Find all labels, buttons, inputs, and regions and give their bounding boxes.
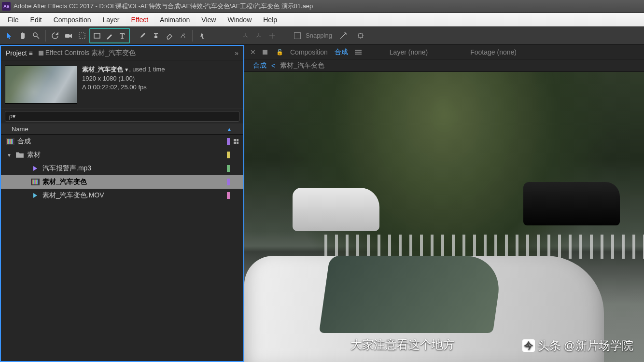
column-header[interactable]: Name ▲ (1, 124, 243, 135)
comp-breadcrumb: 合成 < 素材_汽车变色 (244, 59, 644, 72)
lock-icon[interactable]: 🔓 (276, 49, 283, 56)
composition-icon (6, 138, 14, 145)
asset-metadata: 素材_汽车变色▼, used 1 time 1920 x 1080 (1.00)… (82, 65, 165, 104)
watermark-label: 头条 (538, 338, 561, 353)
clone-stamp-tool-icon[interactable] (150, 29, 162, 42)
separator (133, 30, 133, 42)
dropdown-arrow-icon[interactable]: ▼ (124, 67, 129, 72)
local-axis-icon (239, 29, 252, 42)
toolbar: Snapping (0, 27, 644, 45)
comp-name[interactable]: 合成 (335, 48, 348, 56)
tab-project-label: Project (6, 49, 27, 57)
label-swatch[interactable] (227, 165, 230, 172)
pen-tool-icon[interactable] (103, 29, 116, 42)
stop-icon (39, 51, 43, 56)
project-panel: Project ≡ Effect Controls 素材_汽车变色 » 素材_汽… (0, 45, 244, 362)
world-axis-icon (252, 29, 265, 42)
flowchart-icon[interactable] (234, 139, 238, 144)
zoom-tool-icon[interactable] (30, 29, 42, 42)
footage-viewer-label[interactable]: Footage (none) (470, 48, 517, 56)
separator (45, 30, 46, 42)
menu-help[interactable]: Help (257, 16, 283, 24)
layer-viewer-label[interactable]: Layer (none) (390, 48, 428, 56)
label-swatch[interactable] (227, 179, 230, 185)
snapping-checkbox[interactable] (294, 32, 301, 39)
menu-file[interactable]: File (2, 16, 25, 24)
tab-project[interactable]: Project ≡ (6, 49, 33, 57)
tab-composition-label[interactable]: Composition (290, 48, 328, 56)
svg-rect-3 (94, 33, 100, 38)
stop-icon (263, 50, 267, 55)
selection-tool-icon[interactable] (3, 29, 15, 42)
camera-tool-icon[interactable] (62, 29, 75, 42)
menu-composition[interactable]: Composition (48, 16, 97, 24)
panel-menu-icon[interactable] (355, 50, 362, 55)
project-search-input[interactable] (5, 111, 239, 122)
tree-item-folder[interactable]: ▼ 素材 (1, 148, 243, 162)
sort-arrow-icon[interactable]: ▲ (227, 126, 232, 132)
viewer-tabs: ✕ 🔓 Composition 合成 Layer (none) Footage … (244, 45, 644, 59)
separator (192, 30, 193, 42)
menu-edit[interactable]: Edit (25, 16, 48, 24)
viewer-panel: ✕ 🔓 Composition 合成 Layer (none) Footage … (244, 45, 644, 362)
asset-duration: Δ 0:00:22:02, 25.00 fps (82, 83, 165, 92)
tree-item-comp[interactable]: 合成 (1, 135, 243, 148)
label-swatch[interactable] (227, 192, 230, 199)
snapping-controls: Snapping (294, 29, 367, 42)
snapping-label: Snapping (306, 32, 332, 39)
tree-label: 素材 (27, 151, 41, 159)
menu-effect[interactable]: Effect (126, 16, 154, 24)
menu-view[interactable]: View (196, 16, 222, 24)
orbit-tool-icon[interactable] (49, 29, 61, 42)
snap-edge-icon[interactable] (337, 29, 350, 42)
watermark-logo-icon: 今 (522, 339, 535, 352)
twirl-icon[interactable]: ▼ (6, 153, 13, 158)
rectangle-tool-icon[interactable] (91, 29, 103, 42)
pan-behind-tool-icon[interactable] (76, 29, 88, 42)
eraser-tool-icon[interactable] (163, 29, 176, 42)
project-panel-tabs: Project ≡ Effect Controls 素材_汽车变色 » (1, 46, 243, 60)
asset-dimensions: 1920 x 1080 (1.00) (82, 74, 165, 83)
snap-inside-icon[interactable] (354, 29, 367, 42)
shape-tools-highlight (89, 28, 130, 43)
menu-bar: File Edit Composition Layer Effect Anima… (0, 13, 644, 27)
asset-thumbnail (5, 65, 77, 104)
watermark: 今 头条 @新片场学院 (522, 338, 633, 353)
roto-brush-tool-icon[interactable] (177, 29, 189, 42)
tab-effect-controls[interactable]: Effect Controls 素材_汽车变色 (39, 49, 136, 57)
ae-logo-icon: Ae (2, 2, 11, 11)
composition-icon (31, 179, 40, 185)
label-swatch[interactable] (227, 138, 230, 145)
svg-rect-4 (359, 34, 363, 38)
brush-tool-icon[interactable] (136, 29, 149, 42)
window-title: Adobe After Effects CC 2017 - D:\OL课程\OL… (14, 2, 313, 11)
tree-label: 素材_汽车变色 (42, 178, 87, 186)
breadcrumb-prev[interactable]: 素材_汽车变色 (280, 61, 324, 70)
breadcrumb-back-icon[interactable]: < (271, 62, 275, 70)
hand-tool-icon[interactable] (16, 29, 29, 42)
tree-item-video[interactable]: 素材_汽车变色.MOV (1, 189, 243, 202)
menu-window[interactable]: Window (222, 16, 257, 24)
breadcrumb-active[interactable]: 合成 (253, 61, 266, 70)
type-tool-icon[interactable] (116, 29, 128, 42)
title-bar: Ae Adobe After Effects CC 2017 - D:\OL课程… (0, 0, 644, 13)
close-viewer-icon[interactable]: ✕ (250, 48, 256, 56)
scene-windshield (319, 256, 503, 333)
tree-label: 合成 (17, 137, 31, 146)
column-name-label: Name (12, 125, 28, 133)
asset-info: 素材_汽车变色▼, used 1 time 1920 x 1080 (1.00)… (1, 60, 243, 109)
panel-menu-icon[interactable]: ≡ (29, 49, 33, 57)
composition-viewer[interactable]: 大家注意看这个地方 今 头条 @新片场学院 (244, 72, 644, 362)
puppet-pin-tool-icon[interactable] (196, 29, 208, 42)
menu-layer[interactable]: Layer (97, 16, 126, 24)
tree-item-audio[interactable]: 汽车报警声.mp3 (1, 162, 243, 175)
label-swatch[interactable] (227, 152, 230, 158)
scene-fence (324, 235, 644, 259)
view-axis-icon (266, 29, 279, 42)
asset-name: 素材_汽车变色 (82, 66, 123, 73)
tree-item-comp-selected[interactable]: 素材_汽车变色 (1, 175, 243, 189)
tab-effect-controls-label: Effect Controls 素材_汽车变色 (45, 49, 136, 57)
more-tabs-icon[interactable]: » (235, 49, 238, 57)
watermark-name: @新片场学院 (564, 338, 633, 353)
menu-animation[interactable]: Animation (154, 16, 196, 24)
